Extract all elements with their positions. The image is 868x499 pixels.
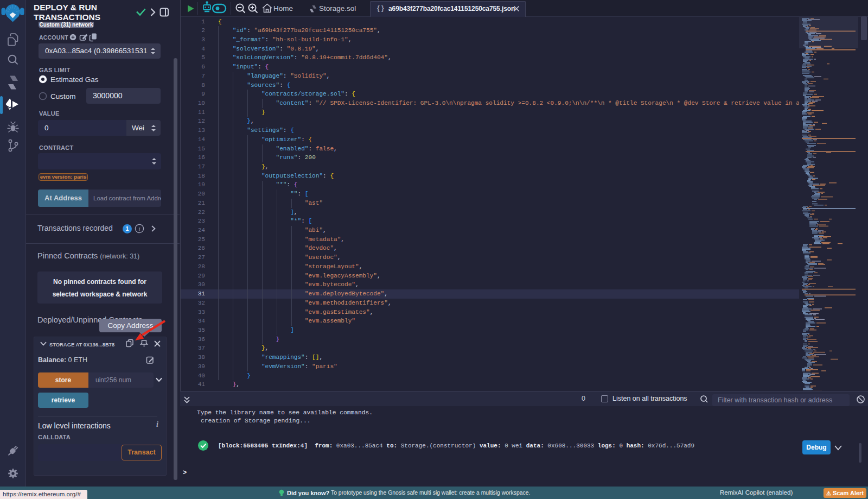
svg-text:i: i: [138, 225, 140, 232]
